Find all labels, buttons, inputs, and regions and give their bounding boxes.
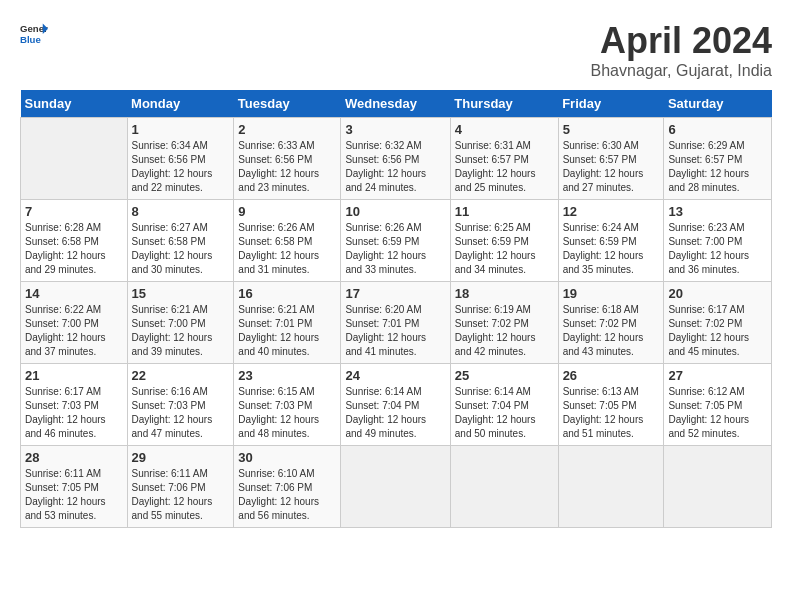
day-info: Sunrise: 6:33 AMSunset: 6:56 PMDaylight:…	[238, 139, 336, 195]
day-cell: 20Sunrise: 6:17 AMSunset: 7:02 PMDayligh…	[664, 282, 772, 364]
day-info: Sunrise: 6:22 AMSunset: 7:00 PMDaylight:…	[25, 303, 123, 359]
day-cell: 17Sunrise: 6:20 AMSunset: 7:01 PMDayligh…	[341, 282, 450, 364]
day-cell: 30Sunrise: 6:10 AMSunset: 7:06 PMDayligh…	[234, 446, 341, 528]
day-number: 6	[668, 122, 767, 137]
day-cell	[558, 446, 664, 528]
day-cell: 13Sunrise: 6:23 AMSunset: 7:00 PMDayligh…	[664, 200, 772, 282]
day-number: 23	[238, 368, 336, 383]
day-info: Sunrise: 6:15 AMSunset: 7:03 PMDaylight:…	[238, 385, 336, 441]
day-cell	[341, 446, 450, 528]
day-info: Sunrise: 6:25 AMSunset: 6:59 PMDaylight:…	[455, 221, 554, 277]
day-cell: 1Sunrise: 6:34 AMSunset: 6:56 PMDaylight…	[127, 118, 234, 200]
day-number: 15	[132, 286, 230, 301]
day-info: Sunrise: 6:11 AMSunset: 7:05 PMDaylight:…	[25, 467, 123, 523]
day-info: Sunrise: 6:21 AMSunset: 7:01 PMDaylight:…	[238, 303, 336, 359]
day-cell: 10Sunrise: 6:26 AMSunset: 6:59 PMDayligh…	[341, 200, 450, 282]
day-info: Sunrise: 6:23 AMSunset: 7:00 PMDaylight:…	[668, 221, 767, 277]
logo: General Blue	[20, 20, 48, 48]
header-day-thursday: Thursday	[450, 90, 558, 118]
day-cell: 18Sunrise: 6:19 AMSunset: 7:02 PMDayligh…	[450, 282, 558, 364]
day-cell: 7Sunrise: 6:28 AMSunset: 6:58 PMDaylight…	[21, 200, 128, 282]
header: General Blue April 2024 Bhavnagar, Gujar…	[20, 20, 772, 80]
day-number: 27	[668, 368, 767, 383]
day-cell: 16Sunrise: 6:21 AMSunset: 7:01 PMDayligh…	[234, 282, 341, 364]
day-info: Sunrise: 6:13 AMSunset: 7:05 PMDaylight:…	[563, 385, 660, 441]
day-number: 18	[455, 286, 554, 301]
day-number: 16	[238, 286, 336, 301]
day-number: 17	[345, 286, 445, 301]
day-number: 12	[563, 204, 660, 219]
day-info: Sunrise: 6:12 AMSunset: 7:05 PMDaylight:…	[668, 385, 767, 441]
day-info: Sunrise: 6:26 AMSunset: 6:59 PMDaylight:…	[345, 221, 445, 277]
day-cell: 11Sunrise: 6:25 AMSunset: 6:59 PMDayligh…	[450, 200, 558, 282]
day-number: 13	[668, 204, 767, 219]
day-number: 1	[132, 122, 230, 137]
day-cell	[21, 118, 128, 200]
day-number: 4	[455, 122, 554, 137]
svg-text:Blue: Blue	[20, 34, 41, 45]
day-cell: 28Sunrise: 6:11 AMSunset: 7:05 PMDayligh…	[21, 446, 128, 528]
day-info: Sunrise: 6:30 AMSunset: 6:57 PMDaylight:…	[563, 139, 660, 195]
header-day-saturday: Saturday	[664, 90, 772, 118]
day-number: 8	[132, 204, 230, 219]
day-number: 5	[563, 122, 660, 137]
calendar-header-row: SundayMondayTuesdayWednesdayThursdayFrid…	[21, 90, 772, 118]
header-day-sunday: Sunday	[21, 90, 128, 118]
day-info: Sunrise: 6:19 AMSunset: 7:02 PMDaylight:…	[455, 303, 554, 359]
day-info: Sunrise: 6:32 AMSunset: 6:56 PMDaylight:…	[345, 139, 445, 195]
calendar-table: SundayMondayTuesdayWednesdayThursdayFrid…	[20, 90, 772, 528]
day-info: Sunrise: 6:29 AMSunset: 6:57 PMDaylight:…	[668, 139, 767, 195]
day-cell	[450, 446, 558, 528]
day-number: 2	[238, 122, 336, 137]
day-info: Sunrise: 6:26 AMSunset: 6:58 PMDaylight:…	[238, 221, 336, 277]
day-cell: 5Sunrise: 6:30 AMSunset: 6:57 PMDaylight…	[558, 118, 664, 200]
day-number: 11	[455, 204, 554, 219]
day-cell: 26Sunrise: 6:13 AMSunset: 7:05 PMDayligh…	[558, 364, 664, 446]
day-info: Sunrise: 6:34 AMSunset: 6:56 PMDaylight:…	[132, 139, 230, 195]
day-info: Sunrise: 6:31 AMSunset: 6:57 PMDaylight:…	[455, 139, 554, 195]
week-row-1: 1Sunrise: 6:34 AMSunset: 6:56 PMDaylight…	[21, 118, 772, 200]
header-day-tuesday: Tuesday	[234, 90, 341, 118]
day-cell: 19Sunrise: 6:18 AMSunset: 7:02 PMDayligh…	[558, 282, 664, 364]
day-number: 14	[25, 286, 123, 301]
week-row-2: 7Sunrise: 6:28 AMSunset: 6:58 PMDaylight…	[21, 200, 772, 282]
main-title: April 2024	[591, 20, 772, 62]
day-info: Sunrise: 6:14 AMSunset: 7:04 PMDaylight:…	[455, 385, 554, 441]
day-number: 20	[668, 286, 767, 301]
day-number: 24	[345, 368, 445, 383]
day-cell: 9Sunrise: 6:26 AMSunset: 6:58 PMDaylight…	[234, 200, 341, 282]
day-number: 29	[132, 450, 230, 465]
day-cell: 23Sunrise: 6:15 AMSunset: 7:03 PMDayligh…	[234, 364, 341, 446]
day-info: Sunrise: 6:11 AMSunset: 7:06 PMDaylight:…	[132, 467, 230, 523]
day-cell: 21Sunrise: 6:17 AMSunset: 7:03 PMDayligh…	[21, 364, 128, 446]
day-number: 10	[345, 204, 445, 219]
day-cell: 2Sunrise: 6:33 AMSunset: 6:56 PMDaylight…	[234, 118, 341, 200]
day-info: Sunrise: 6:17 AMSunset: 7:03 PMDaylight:…	[25, 385, 123, 441]
day-info: Sunrise: 6:14 AMSunset: 7:04 PMDaylight:…	[345, 385, 445, 441]
day-cell: 15Sunrise: 6:21 AMSunset: 7:00 PMDayligh…	[127, 282, 234, 364]
day-number: 22	[132, 368, 230, 383]
day-number: 30	[238, 450, 336, 465]
day-cell: 29Sunrise: 6:11 AMSunset: 7:06 PMDayligh…	[127, 446, 234, 528]
day-cell: 8Sunrise: 6:27 AMSunset: 6:58 PMDaylight…	[127, 200, 234, 282]
logo-icon: General Blue	[20, 20, 48, 48]
day-cell: 14Sunrise: 6:22 AMSunset: 7:00 PMDayligh…	[21, 282, 128, 364]
header-day-wednesday: Wednesday	[341, 90, 450, 118]
day-number: 19	[563, 286, 660, 301]
day-info: Sunrise: 6:10 AMSunset: 7:06 PMDaylight:…	[238, 467, 336, 523]
day-number: 9	[238, 204, 336, 219]
day-cell	[664, 446, 772, 528]
day-info: Sunrise: 6:17 AMSunset: 7:02 PMDaylight:…	[668, 303, 767, 359]
day-cell: 24Sunrise: 6:14 AMSunset: 7:04 PMDayligh…	[341, 364, 450, 446]
title-area: April 2024 Bhavnagar, Gujarat, India	[591, 20, 772, 80]
week-row-4: 21Sunrise: 6:17 AMSunset: 7:03 PMDayligh…	[21, 364, 772, 446]
day-cell: 6Sunrise: 6:29 AMSunset: 6:57 PMDaylight…	[664, 118, 772, 200]
day-info: Sunrise: 6:20 AMSunset: 7:01 PMDaylight:…	[345, 303, 445, 359]
subtitle: Bhavnagar, Gujarat, India	[591, 62, 772, 80]
day-info: Sunrise: 6:24 AMSunset: 6:59 PMDaylight:…	[563, 221, 660, 277]
week-row-5: 28Sunrise: 6:11 AMSunset: 7:05 PMDayligh…	[21, 446, 772, 528]
header-day-monday: Monday	[127, 90, 234, 118]
header-day-friday: Friday	[558, 90, 664, 118]
day-info: Sunrise: 6:28 AMSunset: 6:58 PMDaylight:…	[25, 221, 123, 277]
day-number: 21	[25, 368, 123, 383]
